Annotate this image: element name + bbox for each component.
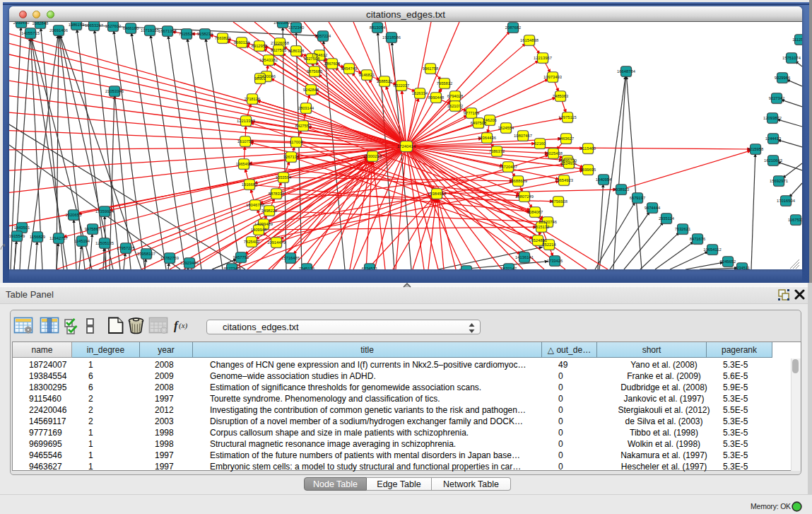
svg-text:21053346: 21053346 <box>105 89 124 93</box>
svg-text:10719155: 10719155 <box>141 28 159 33</box>
svg-text:8427552: 8427552 <box>295 124 312 128</box>
svg-text:1524931: 1524931 <box>561 161 577 165</box>
svg-text:1621072: 1621072 <box>447 104 464 108</box>
svg-text:19218586: 19218586 <box>382 35 401 40</box>
svg-text:9777169: 9777169 <box>464 111 480 115</box>
svg-text:10688609: 10688609 <box>509 179 527 183</box>
svg-text:12923446: 12923446 <box>180 261 199 265</box>
svg-text:2803144: 2803144 <box>298 106 314 110</box>
svg-text:2082848: 2082848 <box>33 22 49 25</box>
svg-text:7357224: 7357224 <box>315 34 331 38</box>
svg-text:8127345: 8127345 <box>224 267 240 269</box>
svg-text:3875685: 3875685 <box>307 69 323 74</box>
svg-text:9961758: 9961758 <box>423 66 439 71</box>
svg-text:8322037: 8322037 <box>394 83 410 88</box>
svg-text:9158234: 9158234 <box>197 32 213 36</box>
svg-text:(x): (x) <box>179 321 188 330</box>
svg-text:9327508: 9327508 <box>304 57 320 61</box>
svg-text:8215958: 8215958 <box>748 147 764 151</box>
svg-text:1640954: 1640954 <box>596 177 612 182</box>
svg-text:8990448: 8990448 <box>428 95 445 100</box>
svg-text:6679197: 6679197 <box>630 196 646 200</box>
svg-text:10654112: 10654112 <box>703 247 721 252</box>
svg-text:117004: 117004 <box>290 140 304 144</box>
svg-text:98901: 98901 <box>254 76 266 81</box>
svg-text:7345126: 7345126 <box>299 267 315 269</box>
svg-text:12942757: 12942757 <box>49 236 68 240</box>
svg-text:3267130: 3267130 <box>283 155 300 159</box>
svg-text:3624554: 3624554 <box>498 126 514 130</box>
svg-text:9115460: 9115460 <box>580 146 596 151</box>
svg-text:1916682: 1916682 <box>242 182 258 187</box>
svg-text:10756928: 10756928 <box>549 199 567 204</box>
svg-text:1626334: 1626334 <box>412 91 428 95</box>
svg-text:8234511: 8234511 <box>734 266 750 269</box>
svg-text:7632621: 7632621 <box>675 227 691 231</box>
svg-text:6466160: 6466160 <box>123 26 139 30</box>
svg-text:17240414: 17240414 <box>397 144 416 148</box>
svg-text:2087682: 2087682 <box>505 25 522 30</box>
svg-text:2718126: 2718126 <box>245 97 261 101</box>
svg-text:9660124: 9660124 <box>234 40 250 45</box>
svg-text:1527602: 1527602 <box>105 24 122 28</box>
svg-text:1588520: 1588520 <box>377 79 393 83</box>
svg-text:12213967: 12213967 <box>534 56 552 60</box>
svg-text:2935114: 2935114 <box>659 216 675 221</box>
svg-text:12505135: 12505135 <box>95 241 114 245</box>
svg-text:16210643: 16210643 <box>764 158 782 163</box>
svg-text:2020655: 2020655 <box>66 213 82 217</box>
svg-text:14099489: 14099489 <box>254 222 273 226</box>
svg-text:62160: 62160 <box>534 141 546 146</box>
svg-text:1145194: 1145194 <box>74 239 90 243</box>
svg-text:5123467: 5123467 <box>459 269 475 269</box>
svg-text:8454749: 8454749 <box>341 66 358 71</box>
svg-text:10653267: 10653267 <box>85 23 103 28</box>
svg-text:20364436: 20364436 <box>478 136 496 140</box>
svg-text:8938923: 8938923 <box>613 187 630 192</box>
svg-text:20691406: 20691406 <box>49 28 68 33</box>
svg-text:9227342: 9227342 <box>769 96 785 100</box>
svg-text:2099450: 2099450 <box>13 22 30 25</box>
svg-text:14055715: 14055715 <box>21 31 40 35</box>
svg-text:2867608: 2867608 <box>324 62 341 66</box>
svg-text:10046788: 10046788 <box>246 203 264 207</box>
svg-text:8471676: 8471676 <box>690 237 706 241</box>
svg-text:17016504: 17016504 <box>777 199 796 203</box>
svg-text:9146821: 9146821 <box>359 73 375 77</box>
svg-text:17957225: 17957225 <box>117 246 135 250</box>
svg-text:6234571: 6234571 <box>362 267 378 269</box>
svg-text:1112541: 1112541 <box>792 37 802 42</box>
svg-text:7386372: 7386372 <box>489 149 505 153</box>
svg-text:9474444: 9474444 <box>645 206 661 210</box>
svg-text:9463627: 9463627 <box>558 136 575 141</box>
svg-text:252214: 252214 <box>542 243 556 247</box>
svg-text:1610755: 1610755 <box>237 139 254 144</box>
svg-text:18807249: 18807249 <box>515 194 534 199</box>
svg-text:8186328: 8186328 <box>288 49 305 53</box>
svg-text:6794028: 6794028 <box>447 94 464 98</box>
svg-text:12213383: 12213383 <box>237 119 255 123</box>
svg-text:7485063: 7485063 <box>553 94 569 98</box>
svg-text:1353594: 1353594 <box>276 175 292 180</box>
svg-text:1244413: 1244413 <box>765 136 782 141</box>
svg-text:6497508: 6497508 <box>471 121 487 125</box>
svg-text:7515526: 7515526 <box>179 32 195 36</box>
svg-text:10543382: 10543382 <box>259 58 278 62</box>
svg-text:10914479: 10914479 <box>267 240 286 245</box>
svg-text:10025438: 10025438 <box>544 151 563 156</box>
svg-text:12975115: 12975115 <box>558 115 576 119</box>
svg-text:16648784: 16648784 <box>617 69 636 74</box>
svg-text:9632147: 9632147 <box>501 267 517 269</box>
svg-text:10807467: 10807467 <box>514 134 532 138</box>
svg-text:16671355: 16671355 <box>158 29 177 33</box>
svg-text:8813054: 8813054 <box>370 25 386 30</box>
svg-text:17359924: 17359924 <box>95 209 114 214</box>
svg-text:9084067: 9084067 <box>527 210 543 214</box>
svg-text:1733426: 1733426 <box>547 259 563 263</box>
svg-text:9327505: 9327505 <box>271 48 287 52</box>
svg-text:9242848: 9242848 <box>303 88 319 92</box>
svg-text:1167533: 1167533 <box>788 218 802 222</box>
svg-text:1572340: 1572340 <box>288 25 305 30</box>
svg-text:9457791: 9457791 <box>233 255 249 259</box>
svg-text:9975867: 9975867 <box>85 227 101 231</box>
